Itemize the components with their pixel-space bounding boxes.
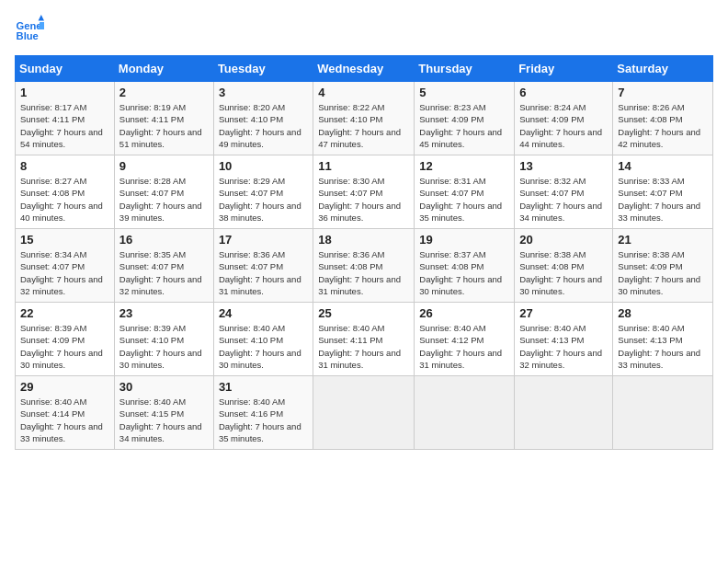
page-header: General Blue — [15, 15, 713, 44]
day-number: 30 — [119, 380, 209, 394]
day-number: 16 — [119, 233, 209, 247]
day-cell: 8 Sunrise: 8:27 AM Sunset: 4:08 PM Dayli… — [16, 155, 115, 229]
day-info: Sunrise: 8:40 AM Sunset: 4:11 PM Dayligh… — [318, 322, 409, 371]
day-cell: 17 Sunrise: 8:36 AM Sunset: 4:07 PM Dayl… — [213, 229, 313, 303]
day-cell: 25 Sunrise: 8:40 AM Sunset: 4:11 PM Dayl… — [313, 303, 415, 376]
day-cell: 2 Sunrise: 8:19 AM Sunset: 4:11 PM Dayli… — [114, 82, 213, 155]
day-info: Sunrise: 8:40 AM Sunset: 4:15 PM Dayligh… — [119, 396, 209, 444]
col-header-thursday: Thursday — [415, 56, 515, 82]
day-info: Sunrise: 8:22 AM Sunset: 4:10 PM Dayligh… — [318, 101, 409, 150]
day-cell: 21 Sunrise: 8:38 AM Sunset: 4:09 PM Dayl… — [613, 229, 713, 303]
col-header-monday: Monday — [114, 56, 213, 82]
day-info: Sunrise: 8:34 AM Sunset: 4:07 PM Dayligh… — [20, 248, 109, 297]
day-number: 13 — [519, 159, 608, 173]
day-info: Sunrise: 8:19 AM Sunset: 4:11 PM Dayligh… — [119, 101, 209, 150]
day-cell: 4 Sunrise: 8:22 AM Sunset: 4:10 PM Dayli… — [313, 82, 415, 155]
day-number: 1 — [20, 86, 109, 99]
day-number: 3 — [219, 86, 308, 99]
day-info: Sunrise: 8:29 AM Sunset: 4:07 PM Dayligh… — [219, 175, 308, 224]
col-header-sunday: Sunday — [16, 56, 115, 82]
day-number: 31 — [219, 380, 308, 394]
day-cell — [613, 376, 713, 450]
day-info: Sunrise: 8:20 AM Sunset: 4:10 PM Dayligh… — [219, 101, 308, 150]
day-number: 2 — [119, 86, 209, 99]
day-number: 20 — [519, 233, 608, 247]
day-number: 14 — [618, 159, 708, 173]
day-number: 24 — [219, 306, 308, 320]
day-cell: 24 Sunrise: 8:40 AM Sunset: 4:10 PM Dayl… — [213, 303, 313, 376]
day-info: Sunrise: 8:17 AM Sunset: 4:11 PM Dayligh… — [20, 101, 109, 150]
day-number: 17 — [219, 233, 308, 247]
day-info: Sunrise: 8:38 AM Sunset: 4:09 PM Dayligh… — [618, 248, 708, 297]
day-info: Sunrise: 8:36 AM Sunset: 4:07 PM Dayligh… — [219, 248, 308, 297]
day-number: 15 — [20, 233, 109, 247]
week-row-1: 1 Sunrise: 8:17 AM Sunset: 4:11 PM Dayli… — [16, 82, 713, 155]
day-number: 5 — [419, 86, 509, 99]
day-number: 12 — [419, 159, 509, 173]
day-cell: 29 Sunrise: 8:40 AM Sunset: 4:14 PM Dayl… — [16, 376, 115, 450]
day-cell: 9 Sunrise: 8:28 AM Sunset: 4:07 PM Dayli… — [114, 155, 213, 229]
calendar-table: SundayMondayTuesdayWednesdayThursdayFrid… — [15, 55, 713, 450]
day-cell: 1 Sunrise: 8:17 AM Sunset: 4:11 PM Dayli… — [16, 82, 115, 155]
day-number: 11 — [318, 159, 409, 173]
day-cell: 26 Sunrise: 8:40 AM Sunset: 4:12 PM Dayl… — [415, 303, 515, 376]
day-info: Sunrise: 8:40 AM Sunset: 4:13 PM Dayligh… — [618, 322, 708, 371]
day-info: Sunrise: 8:24 AM Sunset: 4:09 PM Dayligh… — [519, 101, 608, 150]
day-number: 6 — [519, 86, 608, 99]
day-info: Sunrise: 8:30 AM Sunset: 4:07 PM Dayligh… — [318, 175, 409, 224]
day-info: Sunrise: 8:33 AM Sunset: 4:07 PM Dayligh… — [618, 175, 708, 224]
day-cell: 22 Sunrise: 8:39 AM Sunset: 4:09 PM Dayl… — [16, 303, 115, 376]
day-number: 26 — [419, 306, 509, 320]
day-info: Sunrise: 8:38 AM Sunset: 4:08 PM Dayligh… — [519, 248, 608, 297]
svg-text:Blue: Blue — [17, 30, 39, 41]
week-row-5: 29 Sunrise: 8:40 AM Sunset: 4:14 PM Dayl… — [16, 376, 713, 450]
day-cell — [313, 376, 415, 450]
day-cell: 28 Sunrise: 8:40 AM Sunset: 4:13 PM Dayl… — [613, 303, 713, 376]
day-cell: 20 Sunrise: 8:38 AM Sunset: 4:08 PM Dayl… — [515, 229, 613, 303]
logo: General Blue — [15, 15, 48, 44]
week-row-4: 22 Sunrise: 8:39 AM Sunset: 4:09 PM Dayl… — [16, 303, 713, 376]
day-cell: 18 Sunrise: 8:36 AM Sunset: 4:08 PM Dayl… — [313, 229, 415, 303]
day-info: Sunrise: 8:35 AM Sunset: 4:07 PM Dayligh… — [119, 248, 209, 297]
day-number: 4 — [318, 86, 409, 99]
day-cell — [415, 376, 515, 450]
day-cell: 12 Sunrise: 8:31 AM Sunset: 4:07 PM Dayl… — [415, 155, 515, 229]
day-cell: 11 Sunrise: 8:30 AM Sunset: 4:07 PM Dayl… — [313, 155, 415, 229]
week-row-2: 8 Sunrise: 8:27 AM Sunset: 4:08 PM Dayli… — [16, 155, 713, 229]
day-cell: 30 Sunrise: 8:40 AM Sunset: 4:15 PM Dayl… — [114, 376, 213, 450]
day-number: 9 — [119, 159, 209, 173]
day-cell: 15 Sunrise: 8:34 AM Sunset: 4:07 PM Dayl… — [16, 229, 115, 303]
header-row: SundayMondayTuesdayWednesdayThursdayFrid… — [16, 56, 713, 82]
day-number: 25 — [318, 306, 409, 320]
day-cell: 6 Sunrise: 8:24 AM Sunset: 4:09 PM Dayli… — [515, 82, 613, 155]
day-cell: 16 Sunrise: 8:35 AM Sunset: 4:07 PM Dayl… — [114, 229, 213, 303]
day-info: Sunrise: 8:40 AM Sunset: 4:16 PM Dayligh… — [219, 396, 308, 444]
day-cell: 7 Sunrise: 8:26 AM Sunset: 4:08 PM Dayli… — [613, 82, 713, 155]
day-cell: 27 Sunrise: 8:40 AM Sunset: 4:13 PM Dayl… — [515, 303, 613, 376]
day-cell: 19 Sunrise: 8:37 AM Sunset: 4:08 PM Dayl… — [415, 229, 515, 303]
day-number: 29 — [20, 380, 109, 394]
day-number: 22 — [20, 306, 109, 320]
day-info: Sunrise: 8:40 AM Sunset: 4:10 PM Dayligh… — [219, 322, 308, 371]
day-cell: 3 Sunrise: 8:20 AM Sunset: 4:10 PM Dayli… — [213, 82, 313, 155]
day-number: 7 — [618, 86, 708, 99]
day-info: Sunrise: 8:32 AM Sunset: 4:07 PM Dayligh… — [519, 175, 608, 224]
day-info: Sunrise: 8:37 AM Sunset: 4:08 PM Dayligh… — [419, 248, 509, 297]
logo-icon: General Blue — [15, 15, 44, 44]
day-number: 19 — [419, 233, 509, 247]
day-info: Sunrise: 8:26 AM Sunset: 4:08 PM Dayligh… — [618, 101, 708, 150]
day-info: Sunrise: 8:40 AM Sunset: 4:13 PM Dayligh… — [519, 322, 608, 371]
day-number: 10 — [219, 159, 308, 173]
day-info: Sunrise: 8:39 AM Sunset: 4:09 PM Dayligh… — [20, 322, 109, 371]
day-number: 18 — [318, 233, 409, 247]
week-row-3: 15 Sunrise: 8:34 AM Sunset: 4:07 PM Dayl… — [16, 229, 713, 303]
day-number: 21 — [618, 233, 708, 247]
col-header-friday: Friday — [515, 56, 613, 82]
day-info: Sunrise: 8:27 AM Sunset: 4:08 PM Dayligh… — [20, 175, 109, 224]
day-number: 27 — [519, 306, 608, 320]
day-cell: 23 Sunrise: 8:39 AM Sunset: 4:10 PM Dayl… — [114, 303, 213, 376]
col-header-tuesday: Tuesday — [213, 56, 313, 82]
svg-marker-2 — [39, 15, 44, 20]
col-header-saturday: Saturday — [613, 56, 713, 82]
day-info: Sunrise: 8:39 AM Sunset: 4:10 PM Dayligh… — [119, 322, 209, 371]
